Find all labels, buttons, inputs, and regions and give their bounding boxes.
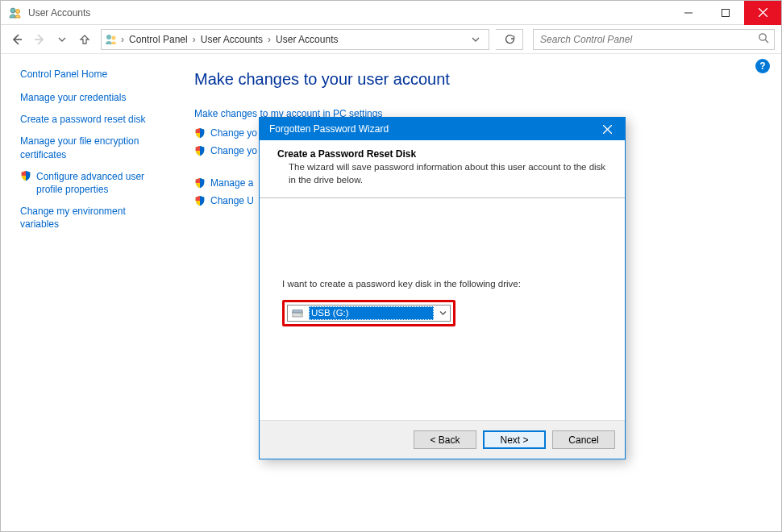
chevron-right-icon[interactable]: › <box>193 34 196 45</box>
task-change-type[interactable]: Change yo <box>210 145 257 156</box>
shield-icon <box>194 145 206 156</box>
svg-point-1 <box>16 9 20 13</box>
shield-icon <box>194 127 206 139</box>
search-input[interactable] <box>539 33 758 46</box>
svg-rect-3 <box>722 9 730 16</box>
user-accounts-icon <box>105 33 118 46</box>
titlebar: User Accounts <box>1 1 781 25</box>
task-change-name[interactable]: Change yo <box>210 127 257 139</box>
search-box[interactable] <box>533 29 775 50</box>
task-change-uac[interactable]: Change U <box>210 195 254 206</box>
address-history-button[interactable] <box>466 30 485 49</box>
cancel-button[interactable]: Cancel <box>552 430 615 449</box>
task-manage-another[interactable]: Manage a <box>210 177 253 189</box>
wizard-prompt: I want to create a password key disk in … <box>282 279 602 289</box>
wizard-heading: Create a Password Reset Disk <box>277 148 416 160</box>
shield-icon <box>194 177 206 189</box>
wizard-header: Create a Password Reset Disk The wizard … <box>260 140 625 198</box>
svg-point-9 <box>112 35 116 39</box>
svg-line-5 <box>759 8 767 17</box>
svg-point-16 <box>301 314 302 315</box>
svg-point-0 <box>10 8 15 13</box>
sidebar: Control Panel Home Manage your credentia… <box>1 54 170 531</box>
sidebar-home-link[interactable]: Control Panel Home <box>20 69 160 80</box>
shield-icon <box>194 195 206 206</box>
app-icon <box>7 5 23 21</box>
back-button[interactable]: < Back <box>414 430 476 449</box>
search-icon[interactable] <box>758 32 769 46</box>
sidebar-link-reset-disk[interactable]: Create a password reset disk <box>20 113 160 126</box>
drive-select-highlight: USB (G:) <box>282 300 455 326</box>
svg-rect-15 <box>293 310 302 313</box>
forward-button[interactable] <box>30 30 49 49</box>
maximize-button[interactable] <box>707 1 744 25</box>
chevron-right-icon[interactable]: › <box>268 34 271 45</box>
svg-line-11 <box>765 39 768 43</box>
drive-icon <box>291 307 304 320</box>
wizard-button-row: < Back Next > Cancel <box>260 420 625 459</box>
sidebar-link-credentials[interactable]: Manage your credentials <box>20 91 160 104</box>
svg-point-8 <box>106 35 111 39</box>
navbar: › Control Panel › User Accounts › User A… <box>1 25 781 54</box>
wizard-subtext: The wizard will save password informatio… <box>289 161 607 186</box>
next-button[interactable]: Next > <box>483 430 546 449</box>
up-button[interactable] <box>75 30 94 49</box>
breadcrumb-item[interactable]: Control Panel <box>127 32 189 47</box>
wizard-titlebar[interactable]: Forgotten Password Wizard <box>260 118 625 140</box>
refresh-button[interactable] <box>496 29 523 50</box>
breadcrumb-item[interactable]: User Accounts <box>199 32 264 47</box>
sidebar-link-advanced-profile[interactable]: Configure advanced user profile properti… <box>36 170 160 196</box>
drive-select[interactable]: USB (G:) <box>287 305 451 322</box>
svg-line-4 <box>759 8 767 17</box>
wizard-title-text: Forgotten Password Wizard <box>269 123 389 135</box>
forgotten-password-wizard: Forgotten Password Wizard Create a Passw… <box>259 117 626 459</box>
wizard-close-button[interactable] <box>596 120 618 138</box>
drive-select-value: USB (G:) <box>309 306 434 320</box>
shield-icon <box>20 170 31 181</box>
svg-point-10 <box>759 34 766 40</box>
back-button[interactable] <box>7 30 27 49</box>
address-bar[interactable]: › Control Panel › User Accounts › User A… <box>101 29 489 50</box>
minimize-button[interactable] <box>670 1 707 25</box>
close-button[interactable] <box>744 1 781 25</box>
breadcrumb-item[interactable]: User Accounts <box>274 32 339 47</box>
window-title: User Accounts <box>28 7 90 19</box>
chevron-down-icon[interactable] <box>435 310 450 317</box>
sidebar-link-env-vars[interactable]: Change my environment variables <box>20 205 160 231</box>
wizard-body: I want to create a password key disk in … <box>260 198 625 420</box>
chevron-right-icon[interactable]: › <box>121 34 124 45</box>
recent-locations-button[interactable] <box>52 30 72 49</box>
page-heading: Make changes to your user account <box>194 70 749 89</box>
sidebar-link-encryption[interactable]: Manage your file encryption certificates <box>20 135 160 160</box>
